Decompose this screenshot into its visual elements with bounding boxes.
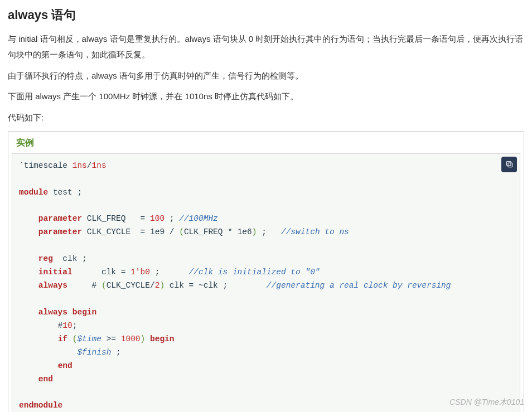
- section-heading: always 语句: [8, 7, 524, 23]
- svg-rect-0: [508, 163, 512, 167]
- paragraph: 与 initial 语句相反，always 语句是重复执行的。always 语句…: [8, 31, 524, 62]
- code-token: parameter: [38, 214, 82, 223]
- code-token: 1ns: [92, 161, 107, 170]
- code-token: CLK_CYCLE: [107, 281, 150, 290]
- code-token: ;: [72, 321, 78, 330]
- code-token: CLK_FREQ: [184, 227, 223, 236]
- code-token: #: [92, 281, 97, 290]
- code-token: ;: [223, 281, 228, 290]
- code-token: initial: [38, 268, 72, 277]
- code-token: //switch to ns: [281, 227, 349, 236]
- paragraph: 下面用 always 产生一个 100MHz 时钟源，并在 1010ns 时停止…: [8, 89, 524, 104]
- code-token: ;: [82, 254, 87, 263]
- code-token: clk: [204, 281, 218, 290]
- code-token: end: [38, 375, 53, 384]
- code-token: test: [53, 188, 72, 197]
- code-token: ;: [116, 348, 121, 357]
- code-token: endmodule: [19, 401, 62, 410]
- code-token: ;: [262, 227, 267, 236]
- code-token: 1ns: [72, 161, 87, 170]
- code-token: ;: [155, 268, 160, 277]
- code-token: =: [121, 268, 126, 277]
- code-token: clk: [170, 281, 184, 290]
- code-token: clk: [101, 268, 116, 277]
- code-token: ;: [170, 214, 175, 223]
- code-token: module: [19, 188, 48, 197]
- code-container: `timescale 1ns/1ns module test ; paramet…: [12, 153, 520, 412]
- code-token: 1'b0: [130, 268, 150, 277]
- code-token: /: [170, 227, 175, 236]
- code-token: ;: [77, 188, 82, 197]
- code-token: parameter: [38, 227, 82, 236]
- code-token: (: [179, 227, 184, 236]
- code-token: //clk is initialized to "0": [189, 268, 320, 277]
- code-token: CLK_FREQ: [87, 214, 126, 223]
- code-token: always: [38, 281, 67, 290]
- code-token: ): [159, 281, 165, 290]
- code-token: CLK_CYCLE: [87, 227, 130, 236]
- code-token: begin: [72, 308, 97, 317]
- svg-rect-1: [506, 162, 511, 166]
- code-block[interactable]: `timescale 1ns/1ns module test ; paramet…: [12, 153, 520, 412]
- paragraph: 由于循环执行的特点，always 语句多用于仿真时钟的产生，信号行为的检测等。: [8, 68, 524, 84]
- code-token: /: [87, 161, 92, 170]
- paragraph: 代码如下:: [8, 110, 524, 125]
- code-token: =: [189, 281, 194, 290]
- example-label: 实例: [8, 132, 524, 153]
- code-token: (: [101, 281, 107, 290]
- code-token: ): [252, 227, 257, 236]
- code-token: 1e6: [238, 227, 252, 236]
- example-box: 实例 `timescale 1ns/1ns module test ; para…: [8, 131, 524, 412]
- code-token: 1000: [121, 335, 141, 343]
- code-token: 10: [62, 321, 72, 330]
- code-token: >=: [107, 335, 116, 343]
- code-token: //100MHz: [179, 214, 218, 223]
- code-token: begin: [150, 335, 175, 343]
- code-token: 100: [150, 214, 165, 223]
- code-token: end: [58, 361, 72, 370]
- code-token: /: [150, 281, 155, 290]
- code-token: reg: [38, 254, 53, 263]
- code-token: clk: [62, 254, 77, 263]
- code-token: 1e9: [150, 227, 165, 236]
- code-token: ): [141, 335, 146, 343]
- code-token: $time: [77, 335, 101, 343]
- code-token: $finish: [77, 348, 111, 357]
- code-token: if: [58, 335, 67, 343]
- copy-icon: [505, 160, 514, 168]
- code-token: =: [141, 227, 146, 236]
- code-token: always: [38, 308, 67, 317]
- code-token: `timescale: [19, 161, 67, 170]
- code-token: *: [228, 227, 233, 236]
- code-token: //generating a real clock by reversing: [267, 281, 451, 290]
- copy-button[interactable]: [501, 157, 517, 172]
- code-token: ~: [199, 281, 204, 290]
- code-token: =: [141, 214, 146, 223]
